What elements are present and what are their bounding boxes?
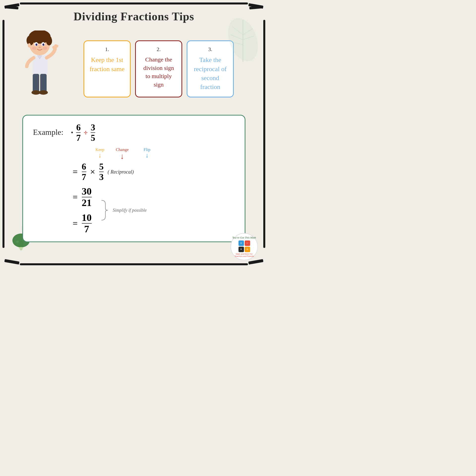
top-section: 1. Keep the 1st fraction same 2. Change … xyxy=(12,30,255,107)
fraction-3-5: 3 5 xyxy=(91,123,95,142)
logo-op-divide: ÷ xyxy=(245,247,250,252)
math-row-1: • 6 7 ÷ 3 5 xyxy=(71,123,95,142)
keep-arrow-icon: ↓ xyxy=(98,152,102,159)
fraction-5-3-den: 3 xyxy=(99,173,104,181)
fraction-10-7-den: 7 xyxy=(84,224,89,234)
fraction-3-5-num: 3 xyxy=(91,123,95,132)
change-arrow-group: Change ↓ xyxy=(112,147,132,160)
fraction-6-7-b: 6 7 xyxy=(82,162,86,181)
corner-tr xyxy=(248,3,263,9)
fraction-30-21: 30 21 xyxy=(82,186,92,208)
example-box: Example: • 6 7 ÷ 3 5 K xyxy=(22,115,245,242)
svg-point-28 xyxy=(32,47,36,50)
change-label: Change xyxy=(116,147,129,152)
card-1-number: 1. xyxy=(105,46,109,53)
svg-point-11 xyxy=(16,240,19,243)
deco-leaf-icon xyxy=(226,15,260,64)
logo-circle: You've Got This Math + − × ÷ Math and Mo… xyxy=(231,233,258,260)
equals-2: = xyxy=(73,192,78,202)
card-3-number: 3. xyxy=(208,46,212,53)
border-bottom xyxy=(20,263,248,265)
brace-icon xyxy=(99,199,112,221)
fraction-30-21-den: 21 xyxy=(82,198,92,208)
svg-point-30 xyxy=(28,43,31,48)
svg-rect-33 xyxy=(40,74,47,92)
svg-point-26 xyxy=(44,44,44,44)
tip-card-2: 2. Change the division sign to multiply … xyxy=(135,40,182,97)
example-label: Example: xyxy=(33,128,63,137)
flip-arrow-group: Flip ↓ xyxy=(137,147,157,159)
cards-area: 1. Keep the 1st fraction same 2. Change … xyxy=(64,38,253,100)
logo-area: You've Got This Math + − × ÷ Math and Mo… xyxy=(231,233,258,260)
page-title: Dividing Fractions Tips xyxy=(12,10,255,23)
svg-point-13 xyxy=(19,247,24,249)
svg-point-27 xyxy=(38,47,41,48)
corner-tl xyxy=(4,3,19,9)
equals-3: = xyxy=(73,218,78,229)
fraction-3-5-den: 5 xyxy=(91,133,95,142)
fraction-6-7-b-num: 6 xyxy=(82,162,86,171)
reciprocal-note: ( Reciprocal) xyxy=(108,169,134,175)
border-top xyxy=(20,2,248,4)
character-icon xyxy=(17,30,62,107)
svg-rect-32 xyxy=(33,74,39,92)
fraction-6-7-b-den: 7 xyxy=(82,173,86,181)
keep-label: Keep xyxy=(95,147,104,152)
fraction-steps: = 30 21 = 10 7 xyxy=(73,186,92,234)
example-header: Example: • 6 7 ÷ 3 5 xyxy=(33,123,235,144)
simplify-area: Simplify if possible xyxy=(99,199,147,221)
card-1-text: Keep the 1st fraction same xyxy=(89,56,125,74)
svg-point-35 xyxy=(39,90,48,95)
card-2-text: Change the division sign to multiply sig… xyxy=(140,56,177,89)
tip-card-1: 1. Keep the 1st fraction same xyxy=(84,40,131,97)
logo-text-bottom: Math and More For Teachers and Parents xyxy=(232,253,256,257)
fraction-10-7-num: 10 xyxy=(82,213,92,223)
border-right xyxy=(263,20,265,248)
multiply-operator: × xyxy=(90,167,95,177)
fraction-30-21-num: 30 xyxy=(82,186,92,196)
card-2-number: 2. xyxy=(157,46,161,53)
corner-bl xyxy=(4,259,19,265)
logo-text-top: You've Got This Math xyxy=(232,236,256,239)
math-row-2: = 6 7 × 5 3 ( Reciprocal) xyxy=(33,162,235,181)
change-arrow-icon: ↓ xyxy=(120,152,124,160)
fraction-6-7: 6 7 xyxy=(76,123,81,142)
logo-op-minus: − xyxy=(245,240,250,246)
fraction-6-7-den: 7 xyxy=(76,133,81,142)
keep-arrow-group: Keep ↓ xyxy=(90,147,110,159)
divide-operator: ÷ xyxy=(84,128,88,137)
page-wrapper: Dividing Fractions Tips xyxy=(0,0,268,268)
fraction-5-3-num: 5 xyxy=(99,162,104,171)
svg-point-25 xyxy=(37,44,37,44)
equals-1: = xyxy=(73,167,78,177)
logo-ops: + − × ÷ xyxy=(238,240,250,252)
simplify-section: = 30 21 = 10 7 xyxy=(33,186,235,234)
flip-label: Flip xyxy=(144,147,150,152)
character-area xyxy=(15,30,64,107)
border-left xyxy=(2,20,4,248)
bullet-icon: • xyxy=(71,129,73,137)
svg-point-29 xyxy=(43,47,47,50)
fraction-6-7-num: 6 xyxy=(76,123,81,132)
fraction-5-3: 5 3 xyxy=(99,162,104,181)
math-row-3: = 30 21 xyxy=(73,186,92,208)
flip-arrow-icon: ↓ xyxy=(146,152,149,159)
card-3-text: Take the reciprocal of second fraction xyxy=(192,56,229,92)
fraction-10-7: 10 7 xyxy=(82,213,92,234)
logo-op-plus: + xyxy=(238,240,244,246)
simplify-note: Simplify if possible xyxy=(113,208,147,213)
logo-op-times: × xyxy=(238,247,244,252)
math-row-4: = 10 7 xyxy=(73,213,92,234)
